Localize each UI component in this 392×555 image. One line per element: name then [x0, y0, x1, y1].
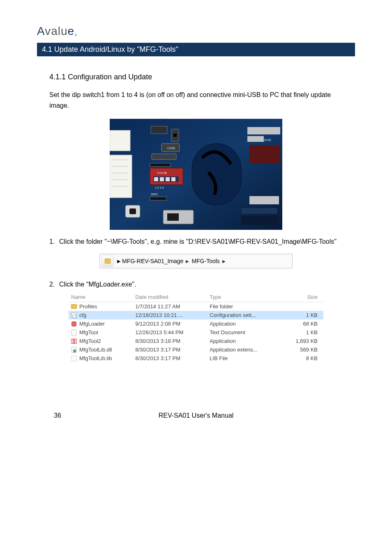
breadcrumb-chevron-icon: ▶: [220, 259, 228, 264]
svg-rect-20: [110, 130, 130, 151]
breadcrumb-item[interactable]: MFG-REV-SA01_Image: [122, 258, 183, 264]
file-size: 68 KB: [281, 319, 323, 328]
svg-rect-13: [166, 177, 170, 181]
svg-rect-36: [167, 213, 179, 221]
file-date: 12/26/2013 5:44 PM: [133, 328, 207, 337]
svg-rect-28: [247, 127, 280, 134]
section-title: Update Android/Linux by "MFG-Tools": [54, 45, 178, 53]
column-header-type[interactable]: Type: [207, 292, 281, 302]
svg-text:O N  2A: O N 2A: [157, 171, 167, 174]
svg-rect-33: [241, 208, 277, 214]
file-size: 1 KB: [281, 311, 323, 319]
file-type: Application: [207, 319, 281, 328]
file-icon: [71, 304, 77, 310]
page-number: 36: [49, 412, 66, 419]
back-button[interactable]: [101, 255, 114, 267]
file-size: 8 KB: [281, 354, 323, 363]
file-name: Profiles: [79, 303, 97, 310]
svg-rect-3: [173, 134, 177, 137]
table-row[interactable]: MfgTool12/26/2013 5:44 PMText Document1 …: [69, 328, 323, 337]
file-name: MfgToolLib.lib: [79, 355, 112, 361]
svg-rect-12: [160, 177, 164, 181]
file-date: 12/18/2013 10:21 ...: [133, 311, 207, 319]
svg-text:DOE: DOE: [264, 138, 271, 142]
file-date: 8/30/2013 3:17 PM: [133, 345, 207, 354]
file-type: Application extens...: [207, 345, 281, 354]
folder-icon: [105, 259, 111, 264]
subsection-heading: 4.1.1 Configuration and Update: [37, 73, 355, 81]
column-header-date[interactable]: Date modified: [133, 292, 207, 302]
table-row[interactable]: MfgLoader9/12/2013 2:08 PMApplication68 …: [69, 319, 323, 328]
table-row[interactable]: cfg12/18/2013 10:21 ...Configuration set…: [69, 311, 323, 319]
file-icon: [71, 347, 77, 353]
svg-rect-6: [152, 154, 176, 160]
svg-rect-21: [110, 155, 132, 198]
svg-rect-19: [129, 208, 136, 214]
svg-text:1 2 3 4: 1 2 3 4: [155, 186, 164, 189]
file-icon: [71, 338, 77, 344]
file-size: 569 KB: [281, 345, 323, 354]
file-date: 8/30/2013 3:17 PM: [133, 354, 207, 363]
svg-rect-17: [150, 197, 166, 200]
page-footer: 36 REV-SA01 User's Manual: [37, 412, 355, 419]
section-number: 4.1: [42, 45, 52, 53]
explorer-breadcrumb: ▶ MFG-REV-SA01_Image ▶ MFG-Tools ▶: [99, 254, 293, 268]
table-row[interactable]: MfgToolLib.lib8/30/2013 3:17 PMLIB File8…: [69, 354, 323, 363]
svg-rect-31: [249, 145, 280, 163]
svg-text:C206: C206: [167, 146, 175, 150]
file-icon: [71, 356, 77, 361]
file-date: 8/30/2013 3:18 PM: [133, 337, 207, 345]
step-1: 1. Click the folder "~\MFG-Tools", e.g. …: [49, 238, 355, 245]
body-paragraph: Set the dip switch1 from 1 to 4 is (on o…: [37, 90, 355, 111]
file-name: MfgTool2: [79, 338, 101, 344]
file-date: 1/7/2014 11:27 AM: [133, 302, 207, 311]
svg-rect-32: [249, 196, 279, 204]
file-date: 9/12/2013 2:08 PM: [133, 319, 207, 328]
column-header-name[interactable]: Name: [69, 292, 133, 302]
footer-text: REV-SA01 User's Manual: [66, 412, 326, 419]
file-icon: [71, 312, 77, 318]
breadcrumb-item[interactable]: MFG-Tools: [191, 258, 219, 264]
svg-rect-34: [241, 216, 277, 225]
table-row[interactable]: Profiles1/7/2014 11:27 AMFile folder: [69, 302, 323, 311]
svg-rect-14: [171, 177, 175, 181]
file-icon: [71, 321, 77, 327]
file-type: Configuration sett...: [207, 311, 281, 319]
svg-rect-11: [154, 177, 158, 181]
brand-logo: Avalue,: [37, 25, 355, 38]
svg-rect-7: [150, 163, 171, 166]
breadcrumb-chevron-icon[interactable]: ▶: [115, 255, 122, 267]
file-size: 1,693 KB: [281, 337, 323, 345]
file-name: MfgToolLib.dll: [79, 347, 112, 353]
svg-rect-29: [247, 136, 264, 142]
file-listing-table: Name Date modified Type Size Profiles1/7…: [69, 292, 323, 363]
svg-text:SW1: SW1: [151, 192, 158, 196]
table-row[interactable]: MfgToolLib.dll8/30/2013 3:17 PMApplicati…: [69, 345, 323, 354]
file-type: File folder: [207, 302, 281, 311]
file-name: cfg: [79, 312, 86, 318]
breadcrumb-chevron-icon: ▶: [183, 259, 191, 264]
section-header-bar: 4.1 Update Android/Linux by "MFG-Tools": [37, 43, 355, 56]
file-size: 1 KB: [281, 328, 323, 337]
file-size: [281, 302, 323, 311]
file-type: Text Document: [207, 328, 281, 337]
table-row[interactable]: MfgTool28/30/2013 3:18 PMApplication1,69…: [69, 337, 323, 345]
file-type: Application: [207, 337, 281, 345]
svg-rect-1: [151, 126, 167, 134]
board-photo: C206 O N 2A 1 2 3 4 SW1 DOE: [110, 119, 282, 230]
step-2: 2. Click the "MfgLoader.exe".: [49, 281, 355, 288]
file-type: LIB File: [207, 354, 281, 363]
column-header-size[interactable]: Size: [281, 292, 323, 302]
file-name: MfgLoader: [79, 321, 105, 327]
file-icon: [71, 330, 77, 335]
file-name: MfgTool: [79, 329, 98, 335]
